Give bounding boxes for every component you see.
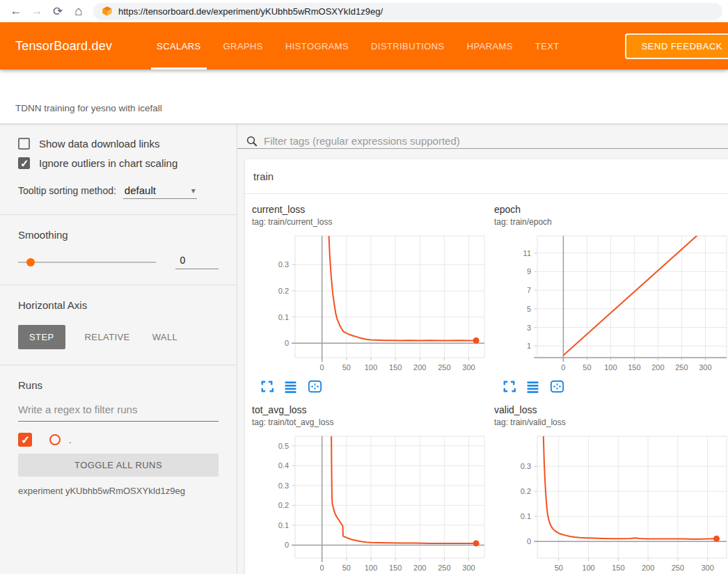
svg-text:0: 0 xyxy=(320,564,324,572)
chart-tag: tag: train/valid_loss xyxy=(494,417,728,427)
runs-label: Runs xyxy=(18,379,219,391)
svg-text:200: 200 xyxy=(413,564,426,572)
svg-text:300: 300 xyxy=(462,363,475,372)
tab-text[interactable]: TEXT xyxy=(524,22,571,70)
svg-text:0.2: 0.2 xyxy=(278,501,289,509)
svg-text:0.1: 0.1 xyxy=(278,313,289,321)
runs-filter-input[interactable] xyxy=(18,401,219,422)
line-chart-plot[interactable]: 05010015020025030000.10.20.3 xyxy=(252,232,486,377)
run-name: . xyxy=(69,435,72,445)
tab-scalars[interactable]: SCALARS xyxy=(145,22,212,70)
svg-text:0.2: 0.2 xyxy=(278,287,289,295)
svg-text:200: 200 xyxy=(651,363,664,372)
svg-text:300: 300 xyxy=(462,564,475,572)
smoothing-section: Smoothing 0 xyxy=(0,215,237,285)
back-icon[interactable]: ← xyxy=(6,4,26,18)
chart-title: valid_loss xyxy=(494,404,728,415)
stacked-lines-icon[interactable] xyxy=(526,380,539,393)
chart-title: tot_avg_loss xyxy=(252,404,486,415)
charts-grid: current_loss tag: train/current_loss 050… xyxy=(245,194,728,574)
experiment-title: TDNN training for yesno with icefall xyxy=(15,103,162,113)
horizontal-axis-label: Horizontal Axis xyxy=(18,299,219,311)
axis-wall-button[interactable]: WALL xyxy=(141,325,189,349)
svg-text:100: 100 xyxy=(604,363,617,372)
section-title: train xyxy=(253,170,274,182)
svg-text:0.2: 0.2 xyxy=(521,487,531,495)
run-row[interactable]: . xyxy=(18,433,219,447)
chart-tag: tag: train/current_loss xyxy=(252,217,486,227)
run-checkbox-checked-icon[interactable] xyxy=(18,433,32,447)
forward-icon[interactable]: → xyxy=(26,4,47,18)
svg-text:50: 50 xyxy=(583,363,591,372)
search-icon xyxy=(246,135,258,148)
toggle-all-runs-button[interactable]: TOGGLE ALL RUNS xyxy=(18,454,219,477)
chart-card-valid-loss: valid_loss tag: train/valid_loss 5010015… xyxy=(494,404,728,574)
tab-distributions[interactable]: DISTRIBUTIONS xyxy=(360,22,456,70)
tab-graphs[interactable]: GRAPHS xyxy=(212,22,274,70)
home-icon[interactable]: ⌂ xyxy=(68,3,89,19)
svg-text:0.1: 0.1 xyxy=(278,521,289,529)
tab-hparams[interactable]: HPARAMS xyxy=(456,22,524,70)
svg-text:250: 250 xyxy=(438,564,450,572)
tooltip-sorting-select[interactable]: default ▾ xyxy=(123,184,197,199)
svg-text:250: 250 xyxy=(675,363,688,372)
checkbox-checked-icon[interactable] xyxy=(18,157,30,169)
svg-text:0.3: 0.3 xyxy=(278,260,289,269)
svg-text:1: 1 xyxy=(527,342,531,350)
line-chart-plot[interactable]: 5010015020025030000.10.20.3 xyxy=(494,433,728,574)
fit-domain-icon[interactable] xyxy=(308,380,322,393)
general-settings-section: Show data download links Ignore outliers… xyxy=(0,124,237,215)
reload-icon[interactable]: ⟳ xyxy=(47,4,68,19)
checkbox-unchecked-icon[interactable] xyxy=(18,138,30,150)
svg-text:5: 5 xyxy=(527,305,531,313)
smoothing-slider[interactable] xyxy=(18,262,156,263)
fullscreen-icon[interactable] xyxy=(503,380,516,393)
axis-relative-button[interactable]: RELATIVE xyxy=(74,325,141,349)
svg-text:0.3: 0.3 xyxy=(521,462,531,470)
app-header: TensorBoard.dev SCALARS GRAPHS HISTOGRAM… xyxy=(0,22,728,70)
svg-text:0: 0 xyxy=(527,537,531,545)
svg-text:9: 9 xyxy=(527,267,531,276)
svg-text:200: 200 xyxy=(642,564,654,572)
svg-text:0: 0 xyxy=(285,541,289,549)
show-download-links-checkbox[interactable]: Show data download links xyxy=(18,138,219,150)
svg-text:0: 0 xyxy=(561,363,565,372)
svg-text:150: 150 xyxy=(628,363,640,372)
svg-text:0.5: 0.5 xyxy=(278,442,289,450)
svg-text:7: 7 xyxy=(527,286,531,294)
svg-text:150: 150 xyxy=(389,363,402,372)
browser-chrome: ← → ⟳ ⌂ https://tensorboard.dev/experime… xyxy=(0,0,728,22)
svg-text:0: 0 xyxy=(320,363,324,372)
stacked-lines-icon[interactable] xyxy=(284,380,297,393)
dashboard-main: train current_loss tag: train/current_lo… xyxy=(237,124,728,574)
chart-tag: tag: train/tot_avg_loss xyxy=(252,417,486,427)
experiment-id-label: experiment yKUbhb5wRmOSXYkId1z9eg xyxy=(18,486,219,496)
axis-step-button[interactable]: STEP xyxy=(18,325,65,349)
svg-text:250: 250 xyxy=(672,564,684,572)
line-chart-plot[interactable]: 0501001502002503001357911 xyxy=(494,232,728,377)
address-bar[interactable]: https://tensorboard.dev/experiment/yKUbh… xyxy=(93,3,722,20)
section-header[interactable]: train xyxy=(245,159,728,194)
svg-text:150: 150 xyxy=(612,564,624,572)
chart-title: epoch xyxy=(494,204,728,215)
tensorboard-favicon xyxy=(102,6,113,17)
send-feedback-button[interactable]: SEND FEEDBACK xyxy=(625,33,728,59)
svg-text:0.1: 0.1 xyxy=(521,512,531,520)
fullscreen-icon[interactable] xyxy=(260,380,274,393)
smoothing-value-input[interactable]: 0 xyxy=(175,255,219,269)
smoothing-label: Smoothing xyxy=(18,229,219,241)
ignore-outliers-checkbox[interactable]: Ignore outliers in chart scaling xyxy=(18,157,219,169)
chart-card-tot-avg-loss: tot_avg_loss tag: train/tot_avg_loss 050… xyxy=(252,404,486,574)
svg-text:300: 300 xyxy=(701,564,713,572)
svg-text:50: 50 xyxy=(555,564,563,572)
svg-text:0.3: 0.3 xyxy=(278,481,289,490)
tag-filter-input[interactable] xyxy=(264,135,728,147)
svg-text:100: 100 xyxy=(365,564,377,572)
chart-tag: tag: train/epoch xyxy=(494,217,728,227)
svg-text:250: 250 xyxy=(438,363,450,372)
line-chart-plot[interactable]: 05010015020025030000.10.20.30.40.5 xyxy=(252,433,486,574)
tab-histograms[interactable]: HISTOGRAMS xyxy=(274,22,360,70)
slider-thumb[interactable] xyxy=(26,258,35,266)
svg-text:0: 0 xyxy=(285,339,289,347)
fit-domain-icon[interactable] xyxy=(550,380,564,393)
